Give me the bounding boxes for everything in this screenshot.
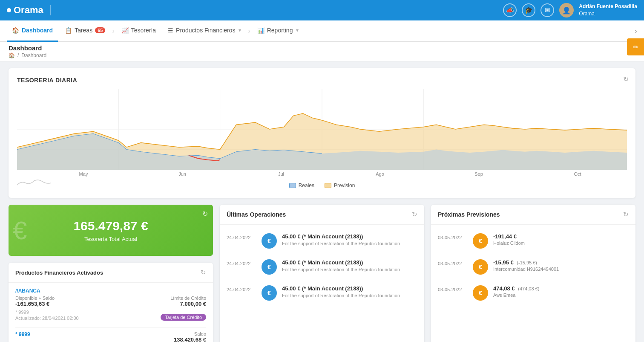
op-amount-2: 45,00 € (* Main Account (2188)) — [282, 259, 417, 266]
avatar[interactable]: 👤 — [559, 3, 574, 17]
ops-header: Últimas Operaciones ↻ — [220, 205, 424, 225]
home-breadcrumb-icon: 🏠 — [9, 52, 15, 58]
chart-x-labels: May Jun Jul Ago Sep Oct — [17, 170, 627, 177]
tasks-badge: 65 — [95, 27, 105, 33]
nav-arrow[interactable]: › — [634, 26, 637, 36]
op-desc-1: For the support of Restoration of the Re… — [282, 241, 417, 247]
prev-refresh-button[interactable]: ↻ — [623, 211, 629, 218]
products-refresh-button[interactable]: ↻ — [201, 269, 206, 276]
nav-item-tesoreria[interactable]: 📈 Tesorería — [116, 20, 161, 42]
prev-amount-1: -191,44 € — [493, 233, 629, 240]
product-balance-row-1: Disponible + Saldo -161.653,63 € Límite … — [15, 296, 206, 307]
x-label-may: May — [34, 171, 133, 177]
op-details-3: 45,00 € (* Main Account (2188)) For the … — [282, 285, 417, 299]
mini-chart — [17, 177, 51, 189]
products-body: //ABANCA Disponible + Saldo -161.653,63 … — [9, 283, 213, 342]
op-item-2: 24-04-2022 € 45,00 € (* Main Account (21… — [220, 254, 424, 280]
product-credit-value-1: 7.000,00 € — [170, 301, 206, 307]
nav-item-productos[interactable]: ☰ Productos Financieros ▾ — [163, 20, 246, 42]
top-nav: Orama 📣 🎓 ✉ 👤 Adrián Fuente Posadilla Or… — [0, 0, 644, 20]
user-info: Adrián Fuente Posadilla Orama — [579, 3, 637, 17]
product-name-abanca: //ABANCA — [15, 288, 206, 294]
logo: Orama — [7, 5, 43, 16]
nav-item-tareas[interactable]: 📋 Tareas 65 — [60, 20, 110, 42]
product-item-2: * 9999 Saldo 138.420,68 € Actualizado: 2… — [15, 331, 206, 342]
logo-dot — [7, 8, 11, 12]
treasury-chart — [17, 89, 627, 170]
tasks-icon: 📋 — [65, 27, 72, 34]
x-label-ago: Ago — [331, 171, 429, 177]
breadcrumb-section: Dashboard 🏠 / Dashboard — [0, 42, 644, 61]
prev-item-2: 03-05-2022 € -15,95 € (-15,95 €) Interco… — [431, 254, 635, 280]
nav-item-dashboard[interactable]: 🏠 Dashboard — [7, 20, 58, 42]
prev-details-2: -15,95 € (-15,95 €) Intercomunidad H9162… — [493, 259, 629, 272]
product-saldo-2: Saldo 138.420,68 € — [174, 331, 206, 342]
product-balance-left-1: Disponible + Saldo -161.653,63 € — [15, 296, 55, 307]
nav-label-reporting: Reporting — [267, 27, 293, 34]
prev-icon-3: € — [473, 285, 488, 301]
menu-icon: ☰ — [168, 27, 173, 34]
nav-label-tareas: Tareas — [75, 27, 92, 34]
product-credit-1: Límite de Crédito 7.000,00 € — [170, 296, 206, 307]
mail-icon[interactable]: ✉ — [540, 3, 554, 17]
legend-prevision: Prevision — [325, 183, 355, 188]
previsions-card: Próximas Previsiones ↻ 03-05-2022 € -191… — [431, 205, 635, 342]
chart-legend: Reales Prevision — [289, 183, 355, 188]
user-company: Orama — [579, 10, 637, 17]
product-balance-value-1: -161.653,63 € — [15, 301, 55, 307]
left-column: € ↻ 165.479,87 € Tesorería Total Actual … — [9, 205, 213, 342]
op-desc-3: For the support of Restoration of the Re… — [282, 293, 417, 299]
op-icon-2: € — [262, 259, 277, 275]
op-amount-3: 45,00 € (* Main Account (2188)) — [282, 285, 417, 292]
prev-icon-1: € — [473, 233, 488, 249]
treasury-refresh-button[interactable]: ↻ — [202, 210, 208, 218]
product-saldo-value-2: 138.420,68 € — [174, 336, 206, 342]
nav-item-reporting[interactable]: 📊 Reporting ▾ — [252, 20, 304, 42]
op-desc-2: For the support of Restoration of the Re… — [282, 267, 417, 273]
op-icon-1: € — [262, 233, 277, 249]
prev-icon-2: € — [473, 259, 488, 275]
prev-name-1: Holaluz Clidom — [493, 241, 629, 246]
prev-secondary-3: (474,08 €) — [518, 286, 539, 291]
chart-title: TESORERIA DIARIA — [17, 77, 627, 84]
product-balance-label-1: Disponible + Saldo — [15, 296, 55, 301]
product-balance-row-2: * 9999 Saldo 138.420,68 € — [15, 331, 206, 342]
prev-item-3: 03-05-2022 € 474,08 € (474,08 €) Aws Eme… — [431, 280, 635, 306]
treasury-card: € ↻ 165.479,87 € Tesorería Total Actual — [9, 205, 213, 256]
notification-icon[interactable]: 📣 — [503, 3, 517, 17]
product-updated-1: Actualizado: 28/04/2021 02:00 — [15, 316, 79, 321]
ops-refresh-button[interactable]: ↻ — [412, 211, 417, 218]
logo-text: Orama — [14, 5, 43, 16]
x-label-sep: Sep — [429, 171, 528, 177]
reporting-chevron-icon: ▾ — [296, 27, 299, 33]
products-header: Productos Financieros Activados ↻ — [9, 263, 213, 283]
product-balance-left-2: * 9999 — [15, 331, 30, 339]
prev-date-3: 03-05-2022 — [438, 285, 468, 292]
top-nav-right: 📣 🎓 ✉ 👤 Adrián Fuente Posadilla Orama — [503, 3, 637, 17]
x-label-oct: Oct — [528, 171, 627, 177]
nav-label-tesoreria: Tesorería — [131, 27, 156, 34]
legend-reales-color — [289, 183, 296, 188]
products-card: Productos Financieros Activados ↻ //ABAN… — [9, 263, 213, 342]
nav-divider — [50, 5, 51, 15]
user-name: Adrián Fuente Posadilla — [579, 3, 637, 10]
ops-title: Últimas Operaciones — [227, 211, 286, 218]
chart-icon: 📈 — [121, 27, 129, 34]
prev-title: Próximas Previsiones — [438, 211, 500, 218]
prev-details-3: 474,08 € (474,08 €) Aws Emea — [493, 285, 629, 298]
product-credit-label-1: Límite de Crédito — [170, 296, 206, 301]
product-badge-1: Tarjeta de Crédito — [161, 314, 206, 321]
prev-date-1: 03-05-2022 — [438, 233, 468, 240]
product-divider — [15, 328, 206, 328]
treasury-amount: 165.479,87 € — [73, 219, 148, 233]
edit-fab[interactable]: ✏ — [627, 38, 644, 55]
op-item-3: 24-04-2022 € 45,00 € (* Main Account (21… — [220, 280, 424, 306]
breadcrumb-current: Dashboard — [21, 52, 46, 58]
prev-header: Próximas Previsiones ↻ — [431, 205, 635, 225]
op-date-3: 24-04-2022 — [227, 285, 256, 292]
page-title: Dashboard — [9, 44, 635, 52]
learn-icon[interactable]: 🎓 — [522, 3, 535, 17]
nav-label-dashboard: Dashboard — [22, 27, 53, 34]
chart-refresh-button[interactable]: ↻ — [623, 75, 629, 83]
top-nav-left: Orama — [7, 5, 54, 16]
